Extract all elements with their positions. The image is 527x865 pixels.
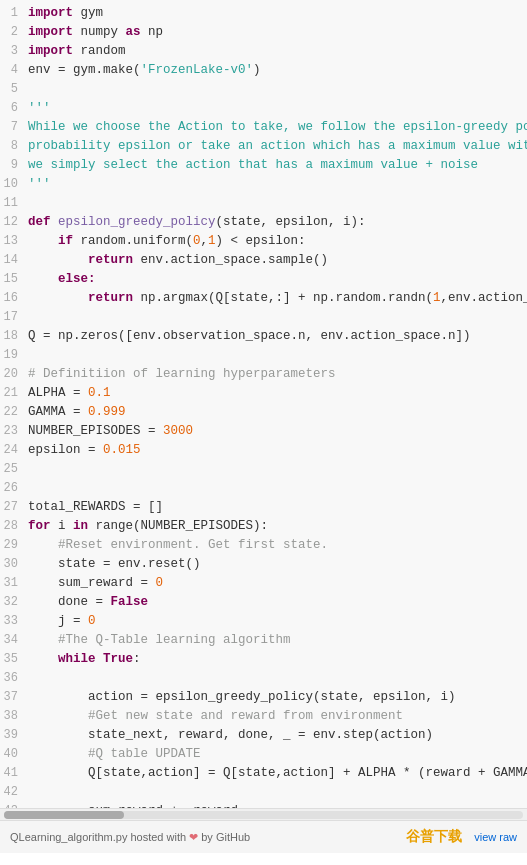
footer-by-github: by GitHub [201, 831, 250, 843]
line-2: 2 import numpy as np [0, 23, 527, 42]
line-42: 42 [0, 783, 527, 802]
line-1: 1 import gym [0, 4, 527, 23]
line-39: 39 state_next, reward, done, _ = env.ste… [0, 726, 527, 745]
line-40: 40 #Q table UPDATE [0, 745, 527, 764]
line-38: 38 #Get new state and reward from enviro… [0, 707, 527, 726]
line-34: 34 #The Q-Table learning algorithm [0, 631, 527, 650]
code-container: 1 import gym 2 import numpy as np 3 impo… [0, 0, 527, 820]
watermark-text: 谷普下载 [406, 828, 462, 846]
line-14: 14 return env.action_space.sample() [0, 251, 527, 270]
line-10: 10 ''' [0, 175, 527, 194]
footer-attribution: QLearning_algorithm.py hosted with ❤ by … [10, 831, 250, 844]
line-22: 22 GAMMA = 0.999 [0, 403, 527, 422]
line-33: 33 j = 0 [0, 612, 527, 631]
line-9: 9 we simply select the action that has a… [0, 156, 527, 175]
line-11: 11 [0, 194, 527, 213]
line-3: 3 import random [0, 42, 527, 61]
footer-bar: QLearning_algorithm.py hosted with ❤ by … [0, 820, 527, 853]
code-area: 1 import gym 2 import numpy as np 3 impo… [0, 0, 527, 820]
view-raw-button[interactable]: view raw [474, 831, 517, 843]
line-25: 25 [0, 460, 527, 479]
line-32: 32 done = False [0, 593, 527, 612]
footer-filename: QLearning_algorithm.py hosted with [10, 831, 186, 843]
heart-icon: ❤ [189, 831, 201, 843]
line-35: 35 while True: [0, 650, 527, 669]
line-20: 20 # Definitiion of learning hyperparame… [0, 365, 527, 384]
scrollbar-thumb[interactable] [4, 811, 124, 819]
line-41: 41 Q[state,action] = Q[state,action] + A… [0, 764, 527, 783]
line-5: 5 [0, 80, 527, 99]
line-21: 21 ALPHA = 0.1 [0, 384, 527, 403]
line-12: 12 def epsilon_greedy_policy(state, epsi… [0, 213, 527, 232]
line-8: 8 probability epsilon or take an action … [0, 137, 527, 156]
line-15: 15 else: [0, 270, 527, 289]
line-4: 4 env = gym.make('FrozenLake-v0') [0, 61, 527, 80]
line-16: 16 return np.argmax(Q[state,:] + np.rand… [0, 289, 527, 308]
line-31: 31 sum_reward = 0 [0, 574, 527, 593]
line-7: 7 While we choose the Action to take, we… [0, 118, 527, 137]
line-23: 23 NUMBER_EPISODES = 3000 [0, 422, 527, 441]
line-18: 18 Q = np.zeros([env.observation_space.n… [0, 327, 527, 346]
line-29: 29 #Reset environment. Get first state. [0, 536, 527, 555]
line-36: 36 [0, 669, 527, 688]
scrollbar-track [4, 811, 523, 819]
line-26: 26 [0, 479, 527, 498]
line-17: 17 [0, 308, 527, 327]
line-27: 27 total_REWARDS = [] [0, 498, 527, 517]
line-24: 24 epsilon = 0.015 [0, 441, 527, 460]
horizontal-scrollbar[interactable] [0, 808, 527, 820]
line-19: 19 [0, 346, 527, 365]
line-30: 30 state = env.reset() [0, 555, 527, 574]
line-37: 37 action = epsilon_greedy_policy(state,… [0, 688, 527, 707]
footer-right: 谷普下载 view raw [406, 828, 517, 846]
line-13: 13 if random.uniform(0,1) < epsilon: [0, 232, 527, 251]
line-28: 28 for i in range(NUMBER_EPISODES): [0, 517, 527, 536]
line-6: 6 ''' [0, 99, 527, 118]
